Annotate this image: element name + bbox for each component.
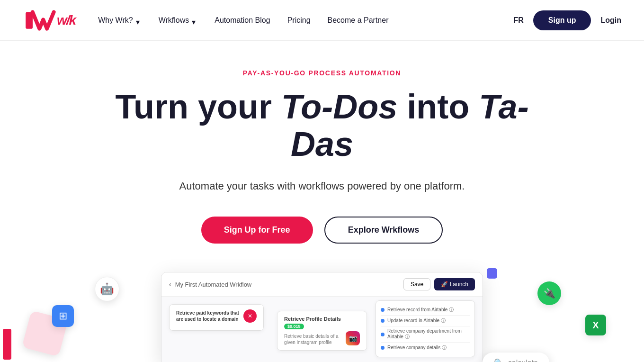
airtable-item-3: Retrieve company department from Airtabl… — [381, 326, 470, 343]
nav-pricing[interactable]: Pricing — [287, 16, 311, 25]
nav-links: Why Wrk? ▾ Wrkflows ▾ Automation Blog Pr… — [98, 16, 513, 25]
airtable-item-2: Update record in Airtable ⓘ — [381, 316, 470, 326]
language-selector[interactable]: FR — [513, 16, 523, 25]
logo[interactable]: w/k — [23, 8, 75, 33]
red-bar-decoration — [3, 329, 11, 360]
explore-wrkflows-button[interactable]: Explore Wrkflows — [324, 217, 443, 244]
hero-subtitle: Automate your tasks with workflows power… — [179, 178, 465, 194]
save-button[interactable]: Save — [403, 278, 430, 290]
workflow-title: My First Automated Wrkflow — [175, 281, 252, 288]
search-icon: 🔍 — [494, 358, 503, 362]
plug-icon: 🔌 — [537, 281, 561, 305]
launch-button[interactable]: 🚀 Launch — [434, 278, 475, 290]
hero-cta: Sign Up for Free Explore Wrkflows — [201, 217, 443, 244]
navbar: w/k Why Wrk? ▾ Wrkflows ▾ Automation Blo… — [0, 0, 644, 41]
hero-title: Turn your To-Dos into Ta-Das — [95, 88, 549, 163]
demo-titlebar: ‹ My First Automated Wrkflow Save 🚀 Laun… — [161, 272, 483, 297]
excel-icon: X — [585, 315, 606, 335]
airtable-panel: Retrieve record from Airtable ⓘ Update r… — [376, 300, 475, 357]
chevron-down-icon: ▾ — [192, 18, 197, 23]
demo-container: 🤖 ⊞ 🔌 X ‹ My First Automated Wrkflow Sav… — [0, 272, 644, 362]
search-text: calculate — [508, 359, 538, 362]
demo-window: ‹ My First Automated Wrkflow Save 🚀 Laun… — [161, 272, 483, 362]
demo-body: Retrieve paid keywords that are used to … — [161, 297, 483, 362]
chevron-down-icon: ▾ — [136, 18, 142, 23]
login-button[interactable]: Login — [600, 16, 621, 25]
airtable-item-4: Retrieve company details ⓘ — [381, 343, 470, 353]
search-overlay: 🔍 calculate — [483, 353, 549, 362]
keyword-node: Retrieve paid keywords that are used to … — [169, 304, 264, 331]
instagram-node: Retrieve Profile Details $0.015 Retrieve… — [277, 311, 367, 351]
nav-why-wrk[interactable]: Why Wrk? ▾ — [98, 16, 141, 25]
airtable-item-1: Retrieve record from Airtable ⓘ — [381, 305, 470, 316]
robot-icon: 🤖 — [95, 277, 119, 301]
back-button[interactable]: ‹ — [169, 281, 171, 288]
hero-section: PAY-AS-YOU-GO PROCESS AUTOMATION Turn yo… — [0, 41, 644, 272]
demo-titlebar-right: Save 🚀 Launch — [403, 278, 475, 290]
signup-button[interactable]: Sign up — [533, 10, 591, 30]
demo-titlebar-left: ‹ My First Automated Wrkflow — [169, 281, 251, 288]
nav-automation-blog[interactable]: Automation Blog — [215, 16, 270, 25]
hero-eyebrow: PAY-AS-YOU-GO PROCESS AUTOMATION — [243, 69, 401, 77]
nav-wrkflows[interactable]: Wrkflows ▾ — [159, 16, 198, 25]
grid-icon: ⊞ — [52, 305, 74, 327]
nav-right: FR Sign up Login — [513, 10, 621, 30]
purple-dot-decoration — [487, 268, 497, 279]
signup-free-button[interactable]: Sign Up for Free — [201, 217, 313, 244]
nav-become-partner[interactable]: Become a Partner — [328, 16, 389, 25]
